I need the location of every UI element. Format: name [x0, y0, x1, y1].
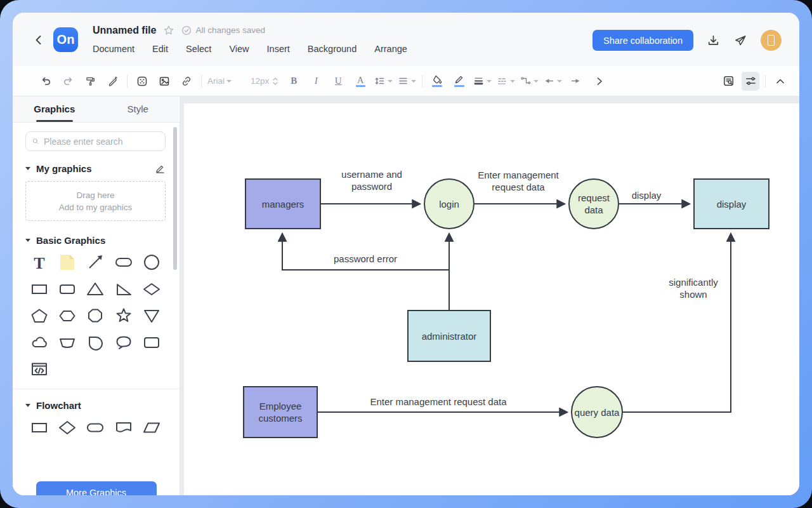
menu-view[interactable]: View	[229, 44, 249, 54]
node-employee-customers[interactable]: Employee customers	[243, 386, 318, 438]
shape-star[interactable]	[114, 306, 133, 325]
my-graphics-dropzone[interactable]: Drag here Add to my graphics	[25, 181, 166, 221]
font-size-stepper[interactable]: 12px	[251, 72, 278, 91]
bold-button[interactable]: B	[285, 72, 303, 91]
more-graphics-button[interactable]: More Graphics	[36, 481, 157, 495]
shape-rounded-frame[interactable]	[142, 333, 161, 352]
shape-terminator[interactable]	[86, 418, 105, 437]
link-icon[interactable]	[178, 72, 195, 91]
node-request-data[interactable]: request data	[568, 178, 619, 229]
line-style-select[interactable]	[496, 72, 515, 91]
redo-icon[interactable]	[59, 72, 77, 91]
format-painter-icon[interactable]	[81, 72, 99, 91]
shape-sticky-note[interactable]	[58, 253, 77, 272]
chevron-down-icon	[487, 80, 492, 83]
search-icon	[32, 137, 39, 146]
shape-decision[interactable]	[58, 418, 77, 437]
shape-speech-bubble[interactable]	[114, 333, 133, 352]
edge-label-username-password[interactable]: username and password	[324, 168, 419, 192]
shape-diamond[interactable]	[142, 279, 161, 298]
undo-icon[interactable]	[37, 72, 55, 91]
text-align-select[interactable]	[397, 72, 416, 91]
node-administrator[interactable]: administrator	[407, 310, 491, 362]
shape-inverted-triangle[interactable]	[142, 306, 161, 325]
shape-triangle[interactable]	[86, 279, 105, 298]
shape-text[interactable]: T	[30, 253, 49, 272]
properties-panel-toggle-icon[interactable]	[742, 72, 759, 91]
italic-button[interactable]: I	[307, 72, 325, 91]
tab-style[interactable]: Style	[96, 97, 180, 122]
chevron-down-icon	[557, 80, 562, 83]
menu-edit[interactable]: Edit	[152, 44, 168, 54]
shape-search[interactable]	[25, 131, 166, 151]
canvas[interactable]: managers login request data display admi…	[180, 97, 799, 495]
shape-arrow[interactable]	[86, 253, 105, 272]
font-family-select[interactable]: Arial	[207, 72, 244, 91]
shape-cloud[interactable]	[30, 333, 49, 352]
download-icon[interactable]	[707, 34, 720, 47]
shape-pentagon[interactable]	[30, 306, 49, 325]
document-title[interactable]: Unnamed file	[93, 25, 156, 36]
edge-label-display[interactable]: display	[632, 189, 662, 201]
sidebar-scrollbar[interactable]	[173, 127, 177, 270]
chevron-down-icon	[510, 80, 515, 83]
collapse-toolbar-icon[interactable]	[771, 72, 789, 91]
line-width-select[interactable]	[473, 72, 492, 91]
shape-parallelogram[interactable]	[142, 418, 161, 437]
star-icon[interactable]	[163, 25, 174, 36]
collapse-caret-icon[interactable]	[25, 404, 30, 407]
edge-label-password-error[interactable]: password error	[315, 253, 416, 265]
tab-graphics[interactable]: Graphics	[13, 97, 96, 122]
send-icon[interactable]	[733, 34, 747, 48]
avatar[interactable]	[761, 30, 782, 51]
magic-pen-icon[interactable]	[103, 72, 121, 91]
graphics-sidebar: Graphics Style My graphics Drag here	[13, 97, 180, 495]
arrow-end-select[interactable]	[566, 72, 584, 91]
shape-rectangle[interactable]	[30, 279, 49, 298]
shape-hexagon[interactable]	[58, 306, 77, 325]
arrow-start-select[interactable]	[543, 72, 562, 91]
font-color-button[interactable]: A	[351, 72, 369, 91]
shape-circle[interactable]	[142, 253, 161, 272]
fill-color-button[interactable]	[428, 72, 446, 91]
share-collaboration-button[interactable]: Share collaboration	[593, 30, 693, 51]
menu-background[interactable]: Background	[308, 44, 357, 54]
find-replace-icon[interactable]	[719, 72, 737, 91]
app-logo[interactable]: On	[53, 27, 78, 52]
menu-insert[interactable]: Insert	[267, 44, 290, 54]
theme-grid-icon[interactable]	[133, 72, 151, 91]
menu-arrange[interactable]: Arrange	[374, 44, 407, 54]
edge-label-enter-request-bottom[interactable]: Enter management request data	[334, 396, 543, 408]
sidebar-tabs: Graphics Style	[13, 97, 180, 123]
edge-querydata-display[interactable]	[623, 234, 731, 412]
shape-curved-trapezoid[interactable]	[58, 333, 77, 352]
edge-label-enter-request-top[interactable]: Enter management request data	[463, 169, 574, 193]
shape-process[interactable]	[30, 418, 49, 437]
image-icon[interactable]	[155, 72, 173, 91]
connector-style-select[interactable]	[520, 72, 539, 91]
header: On Unnamed file All changes saved Docume…	[13, 13, 799, 66]
shape-teardrop[interactable]	[86, 333, 105, 352]
shape-octagon[interactable]	[86, 306, 105, 325]
search-input[interactable]	[44, 137, 159, 147]
collapse-caret-icon[interactable]	[25, 167, 30, 170]
shape-right-triangle[interactable]	[114, 279, 133, 298]
node-managers[interactable]: managers	[245, 178, 321, 229]
menu-document[interactable]: Document	[93, 44, 134, 54]
shape-document[interactable]	[114, 418, 133, 437]
edit-my-graphics-icon[interactable]	[155, 163, 166, 174]
shape-rounded-rectangle[interactable]	[58, 279, 77, 298]
shape-code-block[interactable]	[30, 359, 49, 378]
more-tools-icon[interactable]	[591, 72, 608, 91]
collapse-caret-icon[interactable]	[25, 239, 30, 242]
node-display[interactable]: display	[693, 178, 769, 229]
line-spacing-select[interactable]	[374, 72, 393, 91]
underline-button[interactable]: U	[329, 72, 347, 91]
line-color-button[interactable]	[450, 72, 468, 91]
desktop-frame: On Unnamed file All changes saved Docume…	[0, 0, 812, 508]
shape-stadium[interactable]	[114, 253, 133, 272]
menu-select[interactable]: Select	[186, 44, 211, 54]
back-icon[interactable]	[32, 33, 46, 47]
node-query-data[interactable]: query data	[571, 386, 623, 438]
edge-label-significantly-shown[interactable]: significantly shown	[658, 276, 728, 300]
